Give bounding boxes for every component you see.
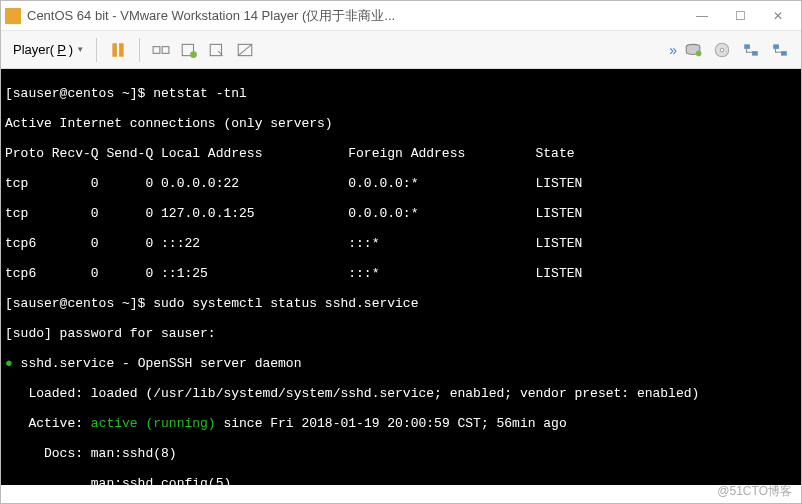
- svg-point-12: [720, 48, 723, 51]
- svg-point-5: [190, 51, 197, 58]
- separator: [96, 38, 97, 62]
- watermark: @51CTO博客: [717, 483, 792, 500]
- service-name: sshd.service - OpenSSH server daemon: [21, 356, 302, 371]
- active-label: Active:: [5, 416, 91, 431]
- svg-rect-2: [153, 46, 160, 53]
- window-controls: — ☐ ✕: [683, 2, 797, 30]
- player-menu-button[interactable]: Player(P) ▼: [9, 40, 88, 59]
- toolbar-left: Player(P) ▼: [9, 37, 258, 63]
- svg-rect-3: [162, 46, 169, 53]
- pause-icon[interactable]: [105, 37, 131, 63]
- network-adapter-icon[interactable]: [738, 37, 764, 63]
- terminal-line: [sudo] password for sauser:: [5, 326, 797, 341]
- snapshot-icon[interactable]: [176, 37, 202, 63]
- terminal-line: Proto Recv-Q Send-Q Local Address Foreig…: [5, 146, 797, 161]
- bottom-bar: [1, 485, 801, 504]
- status-dot-icon: ●: [5, 356, 21, 371]
- svg-rect-13: [744, 44, 750, 49]
- separator: [139, 38, 140, 62]
- titlebar: CentOS 64 bit - VMware Workstation 14 Pl…: [1, 1, 801, 31]
- network-adapter2-icon[interactable]: [767, 37, 793, 63]
- maximize-button[interactable]: ☐: [721, 2, 759, 30]
- svg-rect-6: [210, 44, 221, 55]
- collapse-icon[interactable]: »: [669, 42, 677, 58]
- active-since: since Fri 2018-01-19 20:00:59 CST; 56min…: [216, 416, 567, 431]
- fullscreen-icon[interactable]: [232, 37, 258, 63]
- player-hotkey: P: [57, 42, 66, 57]
- terminal-line: [sauser@centos ~]$ netstat -tnl: [5, 86, 797, 101]
- chevron-down-icon: ▼: [76, 45, 84, 54]
- svg-rect-1: [119, 43, 124, 57]
- terminal-line: man:sshd_config(5): [5, 476, 797, 485]
- player-label-prefix: Player(: [13, 42, 54, 57]
- hard-disk-icon[interactable]: [680, 37, 706, 63]
- terminal-line: Docs: man:sshd(8): [5, 446, 797, 461]
- vmware-icon: [5, 8, 21, 24]
- terminal-line: Active Internet connections (only server…: [5, 116, 797, 131]
- manage-icon[interactable]: [204, 37, 230, 63]
- svg-rect-15: [773, 44, 779, 49]
- send-ctrl-alt-del-icon[interactable]: [148, 37, 174, 63]
- svg-point-10: [696, 50, 702, 56]
- minimize-button[interactable]: —: [683, 2, 721, 30]
- cd-dvd-icon[interactable]: [709, 37, 735, 63]
- terminal-line: tcp 0 0 127.0.0.1:25 0.0.0.0:* LISTEN: [5, 206, 797, 221]
- terminal-line: tcp 0 0 0.0.0.0:22 0.0.0.0:* LISTEN: [5, 176, 797, 191]
- terminal-line: tcp6 0 0 :::22 :::* LISTEN: [5, 236, 797, 251]
- terminal-line: tcp6 0 0 ::1:25 :::* LISTEN: [5, 266, 797, 281]
- terminal-line: [sauser@centos ~]$ sudo systemctl status…: [5, 296, 797, 311]
- terminal-line: Active: active (running) since Fri 2018-…: [5, 416, 797, 431]
- terminal-line: ● sshd.service - OpenSSH server daemon: [5, 356, 797, 371]
- terminal[interactable]: [sauser@centos ~]$ netstat -tnl Active I…: [1, 69, 801, 485]
- terminal-line: Loaded: loaded (/usr/lib/systemd/system/…: [5, 386, 797, 401]
- active-status: active (running): [91, 416, 216, 431]
- svg-rect-0: [113, 43, 118, 57]
- svg-line-8: [238, 44, 252, 55]
- toolbar-right: »: [669, 37, 793, 63]
- toolbar: Player(P) ▼ »: [1, 31, 801, 69]
- window-title: CentOS 64 bit - VMware Workstation 14 Pl…: [27, 7, 683, 25]
- close-button[interactable]: ✕: [759, 2, 797, 30]
- player-label-suffix: ): [69, 42, 73, 57]
